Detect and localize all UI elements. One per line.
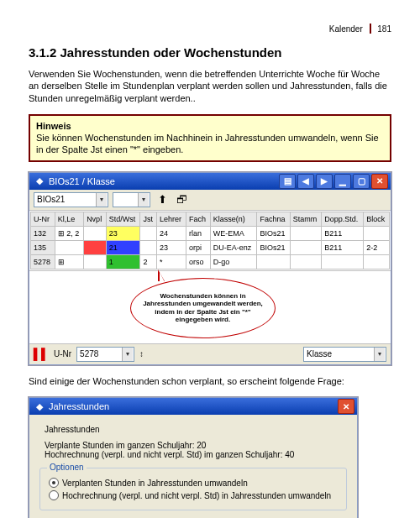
table-cell[interactable]: WE-EMA (210, 226, 257, 240)
table-cell[interactable] (140, 226, 157, 240)
table-cell[interactable]: 21 (106, 240, 140, 254)
table-cell[interactable] (84, 254, 107, 269)
table-cell[interactable] (290, 254, 322, 269)
table-cell[interactable]: 2-2 (364, 240, 390, 254)
dialog-titlebar[interactable]: ◆ Jahresstunden ✕ (29, 398, 357, 415)
close-button[interactable]: ✕ (371, 174, 388, 189)
table-cell[interactable] (322, 254, 364, 269)
dialog-heading: Jahresstunden (45, 425, 347, 434)
page-header: Kalender 181 (29, 24, 391, 34)
header-separator (370, 24, 371, 34)
hint-text: Sie können Wochenstunden im Nachhinein i… (36, 133, 379, 154)
column-header[interactable]: Fach (186, 212, 211, 226)
table-cell[interactable] (140, 240, 157, 254)
toolbar: BIOs21 ⬆ 🗗 (29, 190, 391, 211)
dialog-close-button[interactable]: ✕ (338, 399, 354, 414)
nav-updown-icon[interactable]: ↕ (139, 349, 144, 358)
window-title: BIOs21 / Klasse (49, 176, 115, 186)
option-1-label: Verplanten Stunden in Jahresstunden umwa… (62, 479, 248, 488)
hint-label: Hinweis (36, 121, 71, 131)
table-cell[interactable]: B211 (322, 240, 364, 254)
column-header[interactable]: Lehrer (157, 212, 186, 226)
klasse-window: ◆ BIOs21 / Klasse ▤ ◀ ▶ ▁ ▢ ✕ BIOs21 ⬆ 🗗… (29, 172, 391, 365)
klasse-combo[interactable]: Klasse (303, 347, 386, 362)
table-cell[interactable]: ⊞ 2, 2 (55, 226, 83, 240)
table-cell[interactable]: BIOs21 (257, 226, 290, 240)
column-header[interactable]: Klasse(n) (210, 212, 257, 226)
table-cell[interactable]: 23 (157, 240, 186, 254)
canvas-area: Wochenstunden können in Jahresstunden um… (29, 270, 391, 343)
class-combo[interactable]: BIOs21 (34, 192, 108, 207)
app-icon: ◆ (34, 175, 45, 187)
hint-box: Hinweis Sie können Wochenstunden im Nach… (29, 114, 391, 162)
jahresstunden-dialog: ◆ Jahresstunden ✕ Jahresstunden Verplant… (29, 397, 358, 518)
table-cell[interactable] (290, 226, 322, 240)
card-button[interactable]: ▤ (279, 174, 296, 189)
table-cell[interactable]: B211 (322, 226, 364, 240)
table-cell[interactable] (55, 240, 83, 254)
column-header[interactable]: Fachna (257, 212, 290, 226)
table-cell[interactable]: orso (186, 254, 211, 269)
option-1-row[interactable]: Verplanten Stunden in Jahresstunden umwa… (49, 478, 338, 488)
dialog-line1: Verplante Stunden im ganzen Schuljahr: 2… (45, 441, 347, 450)
mid-paragraph: Sind einige der Wochenstunden schon verp… (29, 375, 391, 387)
filter-combo[interactable] (113, 192, 150, 207)
dialog-title: Jahresstunden (49, 401, 109, 411)
options-group: Optionen Verplanten Stunden in Jahresstu… (39, 468, 347, 510)
table-cell[interactable]: * (157, 254, 186, 269)
lessons-table[interactable]: U-NrKl,LeNvplStd/WstJstLehrerFachKlasse(… (30, 212, 390, 269)
table-cell[interactable]: 2 (140, 254, 157, 269)
table-cell[interactable]: ⊞ (55, 254, 83, 269)
column-header[interactable]: Jst (140, 212, 157, 226)
column-header[interactable]: Dopp.Std. (322, 212, 364, 226)
table-cell[interactable]: 5278 (31, 254, 55, 269)
record-indicator-icon: ▌▌ (34, 347, 49, 362)
table-cell[interactable]: BIOs21 (257, 240, 290, 254)
table-cell[interactable]: 1 (106, 254, 140, 269)
intro-paragraph: Verwenden Sie Wochenstunden, wenn die be… (29, 68, 391, 104)
minimize-button[interactable]: ▁ (334, 174, 351, 189)
table-row[interactable]: 132⊞ 2, 22324rlanWE-EMABIOs21B211 (31, 226, 390, 240)
option-2-row[interactable]: Hochrechnung (verpl. und nicht verpl. St… (49, 490, 338, 500)
status-bar: ▌▌ U-Nr 5278 ↕ Klasse (29, 343, 391, 364)
table-cell[interactable] (364, 254, 390, 269)
table-cell[interactable]: orpi (186, 240, 211, 254)
table-cell[interactable] (290, 240, 322, 254)
section-title: 3.1.2 Jahresstunden oder Wochenstunden (29, 45, 391, 60)
nav-right-button[interactable]: ▶ (316, 174, 333, 189)
table-cell[interactable] (84, 240, 107, 254)
column-header[interactable]: Block (364, 212, 390, 226)
unr-label: U-Nr (54, 349, 71, 358)
table-cell[interactable]: 24 (157, 226, 186, 240)
table-row[interactable]: 1352123orpiDU-EA-enzBIOs21B2112-2 (31, 240, 390, 254)
options-legend: Optionen (47, 463, 87, 472)
titlebar[interactable]: ◆ BIOs21 / Klasse ▤ ◀ ▶ ▁ ▢ ✕ (29, 173, 391, 190)
table-cell[interactable]: DU-EA-enz (210, 240, 257, 254)
maximize-button[interactable]: ▢ (353, 174, 370, 189)
unr-field[interactable]: 5278 (76, 347, 134, 362)
column-header[interactable]: Std/Wst (106, 212, 140, 226)
table-cell[interactable] (257, 254, 290, 269)
radio-icon[interactable] (49, 490, 59, 500)
radio-icon[interactable] (49, 478, 59, 488)
arrow-up-icon[interactable]: ⬆ (155, 192, 170, 207)
table-cell[interactable]: 135 (31, 240, 55, 254)
table-cell[interactable]: rlan (186, 226, 211, 240)
dialog-icon: ◆ (34, 400, 45, 412)
table-cell[interactable]: 23 (106, 226, 140, 240)
column-header[interactable]: Nvpl (84, 212, 107, 226)
table-cell[interactable]: 132 (31, 226, 55, 240)
table-cell[interactable]: D-go (210, 254, 257, 269)
table-cell[interactable] (364, 226, 390, 240)
expand-icon[interactable]: 🗗 (174, 192, 189, 207)
column-header[interactable]: U-Nr (31, 212, 55, 226)
header-page-number: 181 (377, 24, 391, 34)
table-cell[interactable] (84, 226, 107, 240)
column-header[interactable]: Stamm (290, 212, 322, 226)
column-header[interactable]: Kl,Le (55, 212, 83, 226)
header-section: Kalender (329, 24, 363, 34)
dialog-line2: Hochrechnung (verpl. und nicht verpl. St… (45, 450, 347, 459)
nav-left-button[interactable]: ◀ (297, 174, 314, 189)
callout-bubble: Wochenstunden können in Jahresstunden um… (130, 278, 276, 338)
table-row[interactable]: 5278⊞12*orsoD-go (31, 254, 390, 269)
